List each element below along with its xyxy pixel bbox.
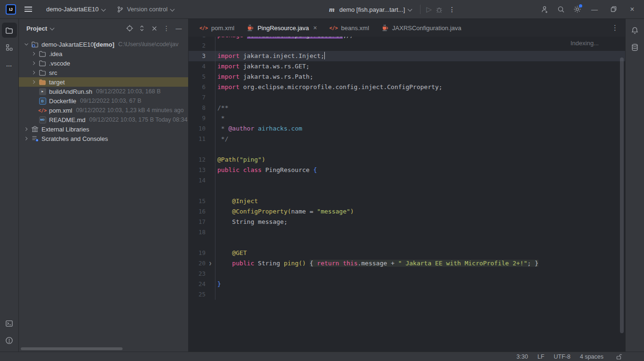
select-opened-file-icon[interactable] xyxy=(124,23,135,34)
main-menu-button[interactable] xyxy=(21,3,36,16)
line-number[interactable]: 18 xyxy=(189,227,206,238)
code-text[interactable]: import jakarta.ws.rs.GET; xyxy=(215,61,625,72)
code-text[interactable]: @Path("ping") xyxy=(215,155,625,165)
line-number[interactable]: 17 xyxy=(189,217,206,227)
tree-item-buildAndRun.sh[interactable]: ▸ buildAndRun.sh 09/12/2022 10:03, 168 B xyxy=(19,87,188,96)
tree-item-demo-JakartaEE10[interactable]: demo-JakartaEE10 [demo] C:\Users\luise\c… xyxy=(19,40,188,49)
hide-panel-icon[interactable]: — xyxy=(173,23,184,34)
line-number[interactable] xyxy=(189,238,206,248)
code-text[interactable]: @GET xyxy=(215,248,625,258)
code-text[interactable]: @Inject xyxy=(215,196,625,206)
status-indent-style[interactable]: 4 spaces xyxy=(580,353,603,360)
more-actions-kebab-icon[interactable]: ⋮ xyxy=(447,6,457,13)
tab-options-kebab-icon[interactable]: ⋮ xyxy=(611,24,625,32)
tree-item-External Libraries[interactable]: External Libraries xyxy=(19,124,188,134)
structure-tool-window-button[interactable] xyxy=(2,40,17,55)
line-number[interactable]: 11 xyxy=(189,134,206,144)
code-text[interactable]: /** xyxy=(215,103,625,113)
line-number[interactable]: 15 xyxy=(189,196,206,206)
code-text[interactable]: import org.eclipse.microprofile.config.i… xyxy=(215,82,625,92)
line-number[interactable]: 16 xyxy=(189,206,206,217)
tree-item-target[interactable]: target xyxy=(19,77,188,87)
code-text[interactable] xyxy=(215,227,625,238)
line-number[interactable]: 20 xyxy=(189,258,206,269)
line-number[interactable]: 1 xyxy=(189,37,206,41)
line-number[interactable] xyxy=(189,186,206,196)
tree-item-src[interactable]: src xyxy=(19,68,188,77)
database-tool-window-button[interactable] xyxy=(627,40,643,55)
code-text[interactable]: String message; xyxy=(215,217,625,227)
tree-item-Scratches and Consoles[interactable]: Scratches and Consoles xyxy=(19,134,188,143)
line-number[interactable]: 19 xyxy=(189,248,206,258)
status-line-separator[interactable]: LF xyxy=(537,353,545,360)
status-file-encoding[interactable]: UTF-8 xyxy=(554,353,570,360)
editor-tab-beans.xml[interactable]: </> beans.xml xyxy=(323,19,375,37)
editor-tab-JAXRSConfiguration.java[interactable]: JAXRSConfiguration.java xyxy=(375,19,468,37)
run-configuration-selector[interactable]: demo [fish.payar...tart...] xyxy=(338,4,414,15)
line-number[interactable] xyxy=(189,144,206,155)
code-text[interactable]: * xyxy=(215,113,625,123)
line-number[interactable]: 6 xyxy=(189,82,206,92)
more-tool-windows-button[interactable]: … xyxy=(2,57,17,72)
chevron-right-icon[interactable] xyxy=(30,59,38,67)
line-number[interactable]: 13 xyxy=(189,165,206,175)
code-text[interactable]: * @author airhacks.com xyxy=(215,123,625,134)
window-minimize-button[interactable]: — xyxy=(587,6,602,13)
fold-chevron-icon[interactable]: ❯ xyxy=(206,258,215,269)
line-number[interactable]: 23 xyxy=(189,269,206,279)
project-tool-window-button[interactable] xyxy=(2,23,17,38)
run-button[interactable]: ▷ xyxy=(426,5,432,14)
code-text[interactable]: import jakarta.inject.Inject; xyxy=(215,51,625,61)
window-close-button[interactable]: × xyxy=(625,5,639,14)
chevron-right-icon[interactable] xyxy=(23,125,30,133)
tab-close-icon[interactable]: × xyxy=(313,24,317,32)
line-number[interactable]: 5 xyxy=(189,72,206,82)
unlock-icon[interactable] xyxy=(616,353,622,360)
tree-item-.vscode[interactable]: .vscode xyxy=(19,58,188,68)
tree-item-pom.xml[interactable]: </> pom.xml 09/12/2022 10:03, 1,23 kB 4 … xyxy=(19,106,188,115)
line-number[interactable]: 3 xyxy=(189,51,206,61)
search-icon[interactable] xyxy=(555,4,567,15)
project-selector[interactable]: demo-JakartaEE10 xyxy=(42,4,110,15)
code-text[interactable] xyxy=(215,238,625,248)
chevron-right-icon[interactable] xyxy=(30,78,38,86)
tree-item-.idea[interactable]: .idea xyxy=(19,49,188,58)
tree-item-README.md[interactable]: MD README.md 09/12/2022 10:03, 175 B Tod… xyxy=(19,115,188,124)
line-number[interactable]: 24 xyxy=(189,279,206,289)
code-text[interactable]: */ xyxy=(215,134,625,144)
vertical-scrollbar[interactable] xyxy=(620,57,624,333)
line-number[interactable]: 4 xyxy=(189,61,206,72)
terminal-tool-window-button[interactable] xyxy=(2,316,17,331)
more-options-kebab-icon[interactable]: ⋮ xyxy=(161,23,172,34)
code-editor[interactable]: Indexing... 1package com.airhacks.ping.r… xyxy=(189,37,625,352)
add-user-icon[interactable] xyxy=(539,4,551,15)
debug-bug-icon[interactable] xyxy=(434,4,445,15)
line-number[interactable]: 10 xyxy=(189,123,206,134)
code-text[interactable] xyxy=(215,144,625,155)
code-text[interactable]: } xyxy=(215,279,625,289)
problems-tool-window-button[interactable] xyxy=(2,333,17,348)
notifications-bell-icon[interactable] xyxy=(627,23,643,38)
line-number[interactable]: 25 xyxy=(189,289,206,300)
expand-collapse-icon[interactable] xyxy=(136,23,148,34)
code-text[interactable] xyxy=(215,289,625,300)
code-text[interactable]: public class PingResource { xyxy=(215,165,625,175)
collapse-all-icon[interactable] xyxy=(149,23,160,34)
code-text[interactable] xyxy=(215,269,625,279)
editor-tab-PingResource.java[interactable]: PingResource.java × xyxy=(240,19,323,37)
code-text[interactable]: package com.airhacks.ping.resource;// xyxy=(215,37,625,41)
code-text[interactable] xyxy=(215,92,625,103)
code-text[interactable] xyxy=(215,41,625,51)
window-maximize-button[interactable] xyxy=(606,4,620,15)
chevron-right-icon[interactable] xyxy=(30,69,38,76)
chevron-right-icon[interactable] xyxy=(30,50,38,57)
line-number[interactable]: 14 xyxy=(189,175,206,186)
line-number[interactable]: 12 xyxy=(189,155,206,165)
chevron-down-icon[interactable] xyxy=(23,41,30,48)
settings-gear-icon[interactable] xyxy=(571,4,583,15)
tree-item-Dockerfile[interactable]: D Dockerfile 09/12/2022 10:03, 67 B xyxy=(19,96,188,106)
vcs-selector[interactable]: Version control xyxy=(113,4,179,15)
chevron-right-icon[interactable] xyxy=(23,135,30,142)
code-text[interactable] xyxy=(215,186,625,196)
line-number[interactable]: 2 xyxy=(189,41,206,51)
